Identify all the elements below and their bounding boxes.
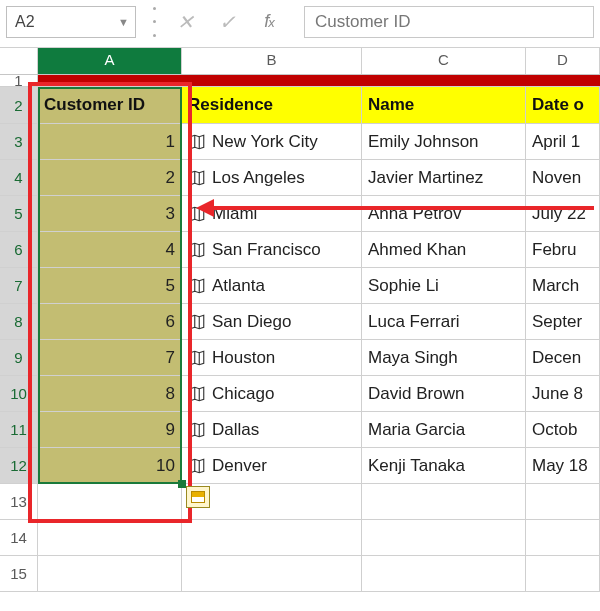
cell[interactable]: San Francisco [182,232,362,267]
cell[interactable]: Luca Ferrari [362,304,526,339]
row-header[interactable]: 8 [0,304,38,339]
cell[interactable] [526,484,600,519]
cell[interactable]: Los Angeles [182,160,362,195]
row-header[interactable]: 11 [0,412,38,447]
table-row: 31New York CityEmily JohnsonApril 1 [0,124,600,160]
cell[interactable]: Miami [182,196,362,231]
cell[interactable] [362,484,526,519]
table-row: 53MiamiAnna PetrovJuly 22 [0,196,600,232]
cell-header-A[interactable]: Customer ID [38,87,182,123]
row-header[interactable]: 14 [0,520,38,555]
cell[interactable] [526,520,600,555]
cell-text: Houston [212,348,275,368]
column-headers: A B C D [0,48,600,75]
table-row: 15 [0,556,600,592]
select-all-corner[interactable] [0,48,38,74]
cell[interactable]: 8 [38,376,182,411]
cell[interactable]: 4 [38,232,182,267]
cell[interactable]: April 1 [526,124,600,159]
formula-input[interactable]: Customer ID [304,6,594,38]
cell[interactable]: Kenji Tanaka [362,448,526,483]
worksheet[interactable]: A B C D 1 2 Customer ID Residence Name D… [0,48,600,592]
col-header-D[interactable]: D [526,48,600,74]
fx-icon[interactable]: fx [256,11,282,32]
cell[interactable]: San Diego [182,304,362,339]
cell[interactable]: Atlanta [182,268,362,303]
cell[interactable]: Ahmed Khan [362,232,526,267]
row-header[interactable]: 13 [0,484,38,519]
cell[interactable] [38,484,182,519]
row-header[interactable]: 6 [0,232,38,267]
cell[interactable]: 3 [38,196,182,231]
row-header[interactable]: 10 [0,376,38,411]
cell[interactable]: July 22 [526,196,600,231]
row-header[interactable]: 3 [0,124,38,159]
cell[interactable]: Octob [526,412,600,447]
cell[interactable]: Maya Singh [362,340,526,375]
cell[interactable]: Sophie Li [362,268,526,303]
cell[interactable]: David Brown [362,376,526,411]
cell[interactable] [362,520,526,555]
table-row: 1210DenverKenji TanakaMay 18 [0,448,600,484]
cell[interactable] [182,75,362,86]
cell[interactable]: Dallas [182,412,362,447]
cell[interactable] [362,556,526,591]
cell-header-D[interactable]: Date o [526,87,600,123]
map-icon [188,313,206,331]
cell[interactable]: March [526,268,600,303]
cell[interactable]: June 8 [526,376,600,411]
row-header[interactable]: 1 [0,75,38,86]
table-row: 64San FranciscoAhmed KhanFebru [0,232,600,268]
cell[interactable]: 7 [38,340,182,375]
cell[interactable]: Febru [526,232,600,267]
table-row: 119DallasMaria GarciaOctob [0,412,600,448]
row-header[interactable]: 7 [0,268,38,303]
cell[interactable]: 9 [38,412,182,447]
cell[interactable]: Chicago [182,376,362,411]
cell[interactable] [182,556,362,591]
cell-header-B[interactable]: Residence [182,87,362,123]
autofill-options-button[interactable] [186,486,210,508]
cell[interactable]: Denver [182,448,362,483]
cell[interactable]: Javier Martinez [362,160,526,195]
cell[interactable]: Septer [526,304,600,339]
cell[interactable]: 2 [38,160,182,195]
col-header-B[interactable]: B [182,48,362,74]
chevron-down-icon[interactable]: ▼ [118,16,129,28]
cell[interactable] [526,75,600,86]
cell[interactable]: 6 [38,304,182,339]
row-header[interactable]: 4 [0,160,38,195]
cell[interactable] [38,556,182,591]
col-header-A[interactable]: A [38,48,182,74]
map-icon [188,421,206,439]
name-box[interactable]: A2 ▼ [6,6,136,38]
cell[interactable] [362,75,526,86]
cell[interactable]: Decen [526,340,600,375]
cell[interactable]: Houston [182,340,362,375]
cell[interactable]: 1 [38,124,182,159]
row-header[interactable]: 12 [0,448,38,483]
cell[interactable]: May 18 [526,448,600,483]
col-header-C[interactable]: C [362,48,526,74]
cell[interactable]: Noven [526,160,600,195]
row-header[interactable]: 15 [0,556,38,591]
row-header[interactable]: 2 [0,87,38,123]
cell-header-C[interactable]: Name [362,87,526,123]
cell[interactable]: 5 [38,268,182,303]
cell[interactable]: Anna Petrov [362,196,526,231]
map-icon [188,133,206,151]
cell[interactable] [526,556,600,591]
table-row: 13 [0,484,600,520]
cell[interactable]: New York City [182,124,362,159]
map-icon [188,457,206,475]
cell[interactable]: 10 [38,448,182,483]
cell-text: Denver [212,456,267,476]
cell[interactable]: Emily Johnson [362,124,526,159]
cell[interactable] [38,520,182,555]
cell[interactable] [38,75,182,86]
row-header[interactable]: 5 [0,196,38,231]
cell[interactable] [182,520,362,555]
cell-text: Los Angeles [212,168,305,188]
cell[interactable]: Maria Garcia [362,412,526,447]
row-header[interactable]: 9 [0,340,38,375]
